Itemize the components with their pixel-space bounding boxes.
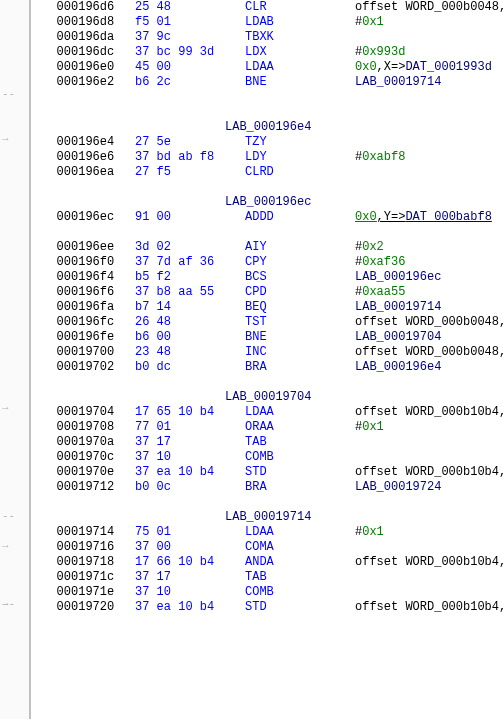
- operand-text[interactable]: ,Z: [499, 405, 503, 419]
- code-label[interactable]: LAB_00019714: [35, 510, 503, 525]
- operand-text[interactable]: offset WORD_000b10b4: [355, 405, 499, 419]
- mnemonic[interactable]: ORAA: [245, 420, 355, 435]
- address[interactable]: 00019708: [35, 420, 135, 435]
- mnemonic[interactable]: CLRD: [245, 165, 355, 180]
- operand-text[interactable]: ,Z: [499, 555, 503, 569]
- operand-text[interactable]: ,Z: [499, 600, 503, 614]
- mnemonic[interactable]: AIY: [245, 240, 355, 255]
- instruction-row[interactable]: 000196e637 bd ab f8LDY#0xabf8: [35, 150, 503, 165]
- instruction-row[interactable]: 000196ea27 f5CLRD: [35, 165, 503, 180]
- address[interactable]: 000196fc: [35, 315, 135, 330]
- operand-text[interactable]: ,Z: [499, 315, 503, 329]
- instruction-row[interactable]: 0001970417 65 10 b4LDAAoffset WORD_000b1…: [35, 405, 503, 420]
- instruction-row[interactable]: 000196e045 00LDAA0x0,X=>DAT_0001993d: [35, 60, 503, 75]
- operand-text[interactable]: ,Z: [499, 0, 503, 14]
- instruction-row[interactable]: 000196fab7 14BEQLAB_00019714: [35, 300, 503, 315]
- operand-label[interactable]: LAB_00019724: [355, 480, 441, 494]
- address[interactable]: 0001970a: [35, 435, 135, 450]
- operand-label[interactable]: LAB_000196e4: [355, 360, 441, 374]
- operand-text[interactable]: ,Y=>: [377, 210, 406, 224]
- instruction-row[interactable]: 000196feb6 00BNELAB_00019704: [35, 330, 503, 345]
- mnemonic[interactable]: CPD: [245, 285, 355, 300]
- operand-text[interactable]: offset WORD_000b0048: [355, 315, 499, 329]
- mnemonic[interactable]: TAB: [245, 435, 355, 450]
- mnemonic[interactable]: INC: [245, 345, 355, 360]
- mnemonic[interactable]: ANDA: [245, 555, 355, 570]
- mnemonic[interactable]: TBXK: [245, 30, 355, 45]
- address[interactable]: 000196ee: [35, 240, 135, 255]
- instruction-row[interactable]: 000196f037 7d af 36CPY#0xaf36: [35, 255, 503, 270]
- address[interactable]: 000196fe: [35, 330, 135, 345]
- instruction-row[interactable]: 000196da37 9cTBXK: [35, 30, 503, 45]
- address[interactable]: 00019718: [35, 555, 135, 570]
- instruction-row[interactable]: 000196ee3d 02AIY#0x2: [35, 240, 503, 255]
- mnemonic[interactable]: TST: [245, 315, 355, 330]
- instruction-row[interactable]: 0001970877 01ORAA#0x1: [35, 420, 503, 435]
- operand-text[interactable]: ,Z: [499, 345, 503, 359]
- disassembly-listing[interactable]: 000196d625 48CLRoffset WORD_000b0048,Z 0…: [30, 0, 503, 719]
- operand-label[interactable]: LAB_00019714: [355, 300, 441, 314]
- address[interactable]: 0001970e: [35, 465, 135, 480]
- operand-number[interactable]: 0x0: [355, 60, 377, 74]
- instruction-row[interactable]: 0001970a37 17TAB: [35, 435, 503, 450]
- instruction-row[interactable]: 0001972037 ea 10 b4STDoffset WORD_000b10…: [35, 600, 503, 615]
- mnemonic[interactable]: BRA: [245, 480, 355, 495]
- instruction-row[interactable]: 0001971817 66 10 b4ANDAoffset WORD_000b1…: [35, 555, 503, 570]
- instruction-row[interactable]: 000196f4b5 f2BCSLAB_000196ec: [35, 270, 503, 285]
- instruction-row[interactable]: 000196d625 48CLRoffset WORD_000b0048,Z: [35, 0, 503, 15]
- mnemonic[interactable]: COMA: [245, 540, 355, 555]
- operand-label[interactable]: LAB_00019704: [355, 330, 441, 344]
- mnemonic[interactable]: ADDD: [245, 210, 355, 225]
- instruction-row[interactable]: 0001970023 48INCoffset WORD_000b0048,Z: [35, 345, 503, 360]
- mnemonic[interactable]: BRA: [245, 360, 355, 375]
- address[interactable]: 000196ec: [35, 210, 135, 225]
- address[interactable]: 00019704: [35, 405, 135, 420]
- instruction-row[interactable]: 000196f637 b8 aa 55CPD#0xaa55: [35, 285, 503, 300]
- address[interactable]: 00019702: [35, 360, 135, 375]
- address[interactable]: 000196f4: [35, 270, 135, 285]
- address[interactable]: 000196f6: [35, 285, 135, 300]
- instruction-row[interactable]: 0001971c37 17TAB: [35, 570, 503, 585]
- instruction-row[interactable]: 0001971e37 10COMB: [35, 585, 503, 600]
- operand-number[interactable]: 0x1: [362, 525, 384, 539]
- mnemonic[interactable]: STD: [245, 600, 355, 615]
- address[interactable]: 00019712: [35, 480, 135, 495]
- address[interactable]: 0001971c: [35, 570, 135, 585]
- instruction-row[interactable]: 000196e2b6 2cBNELAB_00019714: [35, 75, 503, 90]
- operand-text[interactable]: offset WORD_000b10b4: [355, 600, 499, 614]
- mnemonic[interactable]: LDAA: [245, 525, 355, 540]
- address[interactable]: 00019720: [35, 600, 135, 615]
- address[interactable]: 000196d8: [35, 15, 135, 30]
- mnemonic[interactable]: STD: [245, 465, 355, 480]
- mnemonic[interactable]: LDAA: [245, 405, 355, 420]
- mnemonic[interactable]: LDY: [245, 150, 355, 165]
- code-label[interactable]: LAB_00019704: [35, 390, 503, 405]
- address[interactable]: 000196fa: [35, 300, 135, 315]
- address[interactable]: 000196e2: [35, 75, 135, 90]
- address[interactable]: 00019700: [35, 345, 135, 360]
- operand-label[interactable]: DAT_0001993d: [405, 60, 491, 74]
- address[interactable]: 000196e0: [35, 60, 135, 75]
- operand-text[interactable]: ,Z: [499, 465, 503, 479]
- operand-number[interactable]: 0xabf8: [362, 150, 405, 164]
- address[interactable]: 0001971e: [35, 585, 135, 600]
- address[interactable]: 000196f0: [35, 255, 135, 270]
- operand-text[interactable]: offset WORD_000b0048: [355, 0, 499, 14]
- mnemonic[interactable]: LDAA: [245, 60, 355, 75]
- instruction-row[interactable]: 000196fc26 48TSToffset WORD_000b0048,Z: [35, 315, 503, 330]
- instruction-row[interactable]: 0001971475 01LDAA#0x1: [35, 525, 503, 540]
- operand-label[interactable]: LAB_000196ec: [355, 270, 441, 284]
- operand-text[interactable]: ,X=>: [377, 60, 406, 74]
- instruction-row[interactable]: 00019702b0 dcBRALAB_000196e4: [35, 360, 503, 375]
- instruction-row[interactable]: 0001971637 00COMA: [35, 540, 503, 555]
- mnemonic[interactable]: TAB: [245, 570, 355, 585]
- mnemonic[interactable]: LDAB: [245, 15, 355, 30]
- instruction-row[interactable]: 0001970e37 ea 10 b4STDoffset WORD_000b10…: [35, 465, 503, 480]
- instruction-row[interactable]: 000196d8f5 01LDAB#0x1: [35, 15, 503, 30]
- code-label[interactable]: LAB_000196ec: [35, 195, 503, 210]
- address[interactable]: 000196e4: [35, 135, 135, 150]
- operand-text[interactable]: offset WORD_000b10b4: [355, 555, 499, 569]
- instruction-row[interactable]: 000196dc37 bc 99 3dLDX#0x993d: [35, 45, 503, 60]
- address[interactable]: 00019716: [35, 540, 135, 555]
- operand-number[interactable]: 0xaa55: [362, 285, 405, 299]
